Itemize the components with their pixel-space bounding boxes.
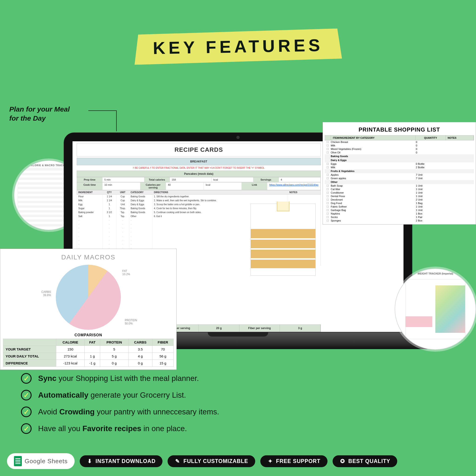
col-directions: DIRECTIONS [153, 190, 288, 194]
shopping-row[interactable]: ☐Cat litter1 Unit [325, 187, 474, 191]
bullet-row: ✓Sync your Shopping List with the meal p… [21, 373, 455, 384]
col-item: ITEM/INGREDIENT BY CATEGORY [331, 136, 416, 140]
col-category: CATEGORY [129, 190, 153, 194]
pointer-line [88, 110, 116, 111]
shopping-row[interactable]: ☐Dog Food1 Bag [325, 202, 474, 205]
badge-row: Google Sheets ⬇ INSTANT DOWNLOAD ✎ FULLY… [7, 453, 469, 469]
servings-label: Servings [253, 177, 279, 182]
page-title: KEY FEATURES [153, 35, 323, 58]
badge-customizable: ✎ FULLY CUSTOMIZABLE [168, 455, 255, 467]
badge-qual-label: BEST QUALITY [348, 458, 391, 464]
check-icon: ✓ [21, 407, 32, 417]
shopping-row[interactable]: ☐Deodorant2 Unit [325, 198, 474, 202]
annotation-text: Plan for your Meal for the Day [9, 105, 70, 123]
label-carbs: CARBS39.8% [41, 290, 51, 297]
bullet-row: ✓Avoid Crowding your pantry with unnecce… [21, 407, 455, 417]
meta-row-2: Cook time 10 min Calories per serving 40… [77, 182, 321, 190]
shopping-row[interactable]: ☐Eggs0 Bottle [325, 162, 474, 166]
col-qty: QTY [102, 190, 117, 194]
macros-pie-chart: FAT10.2% PROTEIN50.0% CARBS39.8% [56, 265, 121, 330]
prep-time-value[interactable]: 5 min [102, 177, 144, 182]
shopping-row[interactable]: ☐Milk0 [325, 144, 474, 147]
recipe-name: Pancakes (mock data) [77, 170, 321, 177]
badge-free-support: ✦ FREE SUPPORT [260, 455, 327, 467]
fiber-value: 3 g [280, 325, 321, 332]
title-block: KEY FEATURES [134, 28, 342, 65]
ingredient-header: INGREDIENT QTY UNIT CATEGORY DIRECTIONS … [77, 190, 321, 195]
weight-line-chart [406, 291, 432, 327]
shopping-row[interactable]: ☐Garbage Bag1 Unit [325, 208, 474, 212]
preview-weight-tracker: WEIGHT TRACKER (Imperial) [395, 269, 476, 350]
link-label: Link [242, 183, 267, 190]
label-protein: PROTEIN50.0% [125, 319, 137, 325]
cook-time-value[interactable]: 10 min [102, 183, 140, 190]
shopping-row[interactable]: ☐Mixed Vegetables (Frozen)0 [325, 147, 474, 151]
edit-icon: ✎ [174, 458, 181, 464]
prep-time-label: Prep time [77, 177, 102, 182]
macros-title: DAILY MACROS [3, 252, 174, 263]
shopping-row[interactable]: ☐Olive Oil0 [325, 151, 474, 154]
comparison-body: YOUR TARGET15053.570YOUR DAILY TOTAL273 … [3, 346, 174, 367]
recipe-link[interactable]: https://www.allrecipes.com/recipe/21014/… [267, 183, 321, 190]
shopping-row[interactable]: ☐Bath Soap1 Unit [325, 184, 474, 187]
check-icon: ✓ [21, 390, 32, 400]
badge-best-quality: ✪ BEST QUALITY [333, 455, 397, 467]
pancake-image [251, 204, 316, 276]
shopping-category: Fruits & Vegetables [325, 169, 474, 173]
fiber-label: Fiber per serving [239, 325, 280, 332]
shopping-category: Other [325, 180, 474, 184]
cal-per-label: Calories per serving [140, 183, 166, 190]
badge-google-sheets: Google Sheets [7, 453, 75, 469]
total-cal-unit: kcal [211, 177, 253, 182]
camera-notch [236, 136, 240, 139]
shopping-list-panel: PRINTABLE SHOPPING LIST ITEM/INGREDIENT … [323, 122, 476, 224]
shopping-row[interactable]: ☐Milk2 Bottle [325, 166, 474, 169]
meta-row-1: Prep time 5 min Total calories 158 kcal … [77, 177, 321, 182]
col-notes: NOTES [288, 190, 321, 194]
recipe-cards-title: RECIPE CARDS [77, 143, 321, 156]
shopping-header: ITEM/INGREDIENT BY CATEGORY QUANTITY NOT… [325, 135, 474, 140]
breakfast-section: BREAKFAST [77, 158, 321, 165]
cal-per-value: 40 [166, 183, 204, 190]
badge-instant-download: ⬇ INSTANT DOWNLOAD [80, 455, 162, 467]
shopping-list-title: PRINTABLE SHOPPING LIST [325, 124, 474, 135]
badge-gs-label: Google Sheets [25, 458, 68, 465]
download-icon: ⬇ [87, 458, 93, 464]
google-sheets-icon [14, 456, 22, 466]
total-cal-label: Total calories [144, 177, 170, 182]
shopping-row[interactable]: ☐Dental Floss1 Unit [325, 195, 474, 198]
feature-bullets: ✓Sync your Shopping List with the meal p… [21, 373, 455, 434]
check-icon: ✓ [21, 423, 32, 434]
shopping-row[interactable]: ☐Apples7 Unit [325, 173, 474, 177]
shopping-row[interactable]: ☐Green apples7 Unit [325, 177, 474, 180]
badge-sup-label: FREE SUPPORT [276, 458, 321, 464]
shopping-row[interactable]: ☐Conditioner1 Unit [325, 191, 474, 195]
badge-cust-label: FULLY CUSTOMIZABLE [183, 458, 248, 464]
ingredient-row[interactable]: Flour1 1/4CupBaking Goods1. Sift the dry… [77, 195, 321, 199]
total-cal-value: 158 [170, 177, 212, 182]
carbs-value: 20 g [199, 325, 239, 332]
comparison-table: CALORIEFATPROTEINCARBSFIBER YOUR TARGET1… [3, 339, 174, 367]
bullet-row: ✓Have all you Favorite recipes in one pl… [21, 423, 455, 434]
shopping-body: ☐Chicken Breast0☐Milk0☐Mixed Vegetables … [325, 140, 474, 222]
bullet-row: ✓Automatically generate your Grocerry Li… [21, 390, 455, 400]
bmi-chart [435, 285, 465, 333]
badge-dl-label: INSTANT DOWNLOAD [96, 458, 155, 464]
shopping-row[interactable]: ☐Chicken Breast0 [325, 140, 474, 144]
title-highlight: KEY FEATURES [134, 28, 342, 65]
comparison-head-row: CALORIEFATPROTEINCARBSFIBER [3, 339, 174, 346]
check-icon: ✓ [21, 373, 32, 384]
comparison-title: COMPARISON [3, 332, 174, 339]
cal-per-unit: kcal [204, 183, 242, 190]
col-ingredient: INGREDIENT [77, 190, 102, 194]
shopping-row[interactable]: ☐Napkins1 Box [325, 212, 474, 215]
shopping-row[interactable]: ☐Sponges2 Box [325, 219, 474, 222]
weight-charts [405, 279, 465, 339]
cook-time-label: Cook time [77, 183, 102, 190]
col-unit: UNIT [117, 190, 129, 194]
shopping-row[interactable]: ☐Fabric Softner1 Unit [325, 205, 474, 208]
star-icon: ✦ [267, 458, 273, 464]
servings-value[interactable]: 4 [279, 177, 321, 182]
shopping-row[interactable]: ☐Socks1 Pair [325, 215, 474, 219]
col-shop-notes: NOTES [446, 136, 474, 140]
